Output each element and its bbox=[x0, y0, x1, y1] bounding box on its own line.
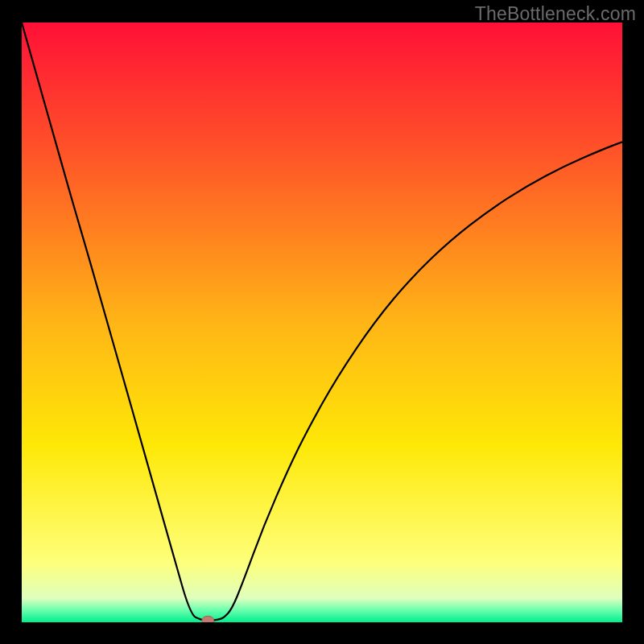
gradient-background bbox=[22, 23, 622, 622]
bottleneck-chart bbox=[22, 23, 622, 622]
watermark-text: TheBottleneck.com bbox=[475, 3, 636, 25]
chart-frame: TheBottleneck.com bbox=[0, 0, 644, 644]
minimum-marker bbox=[202, 616, 214, 622]
